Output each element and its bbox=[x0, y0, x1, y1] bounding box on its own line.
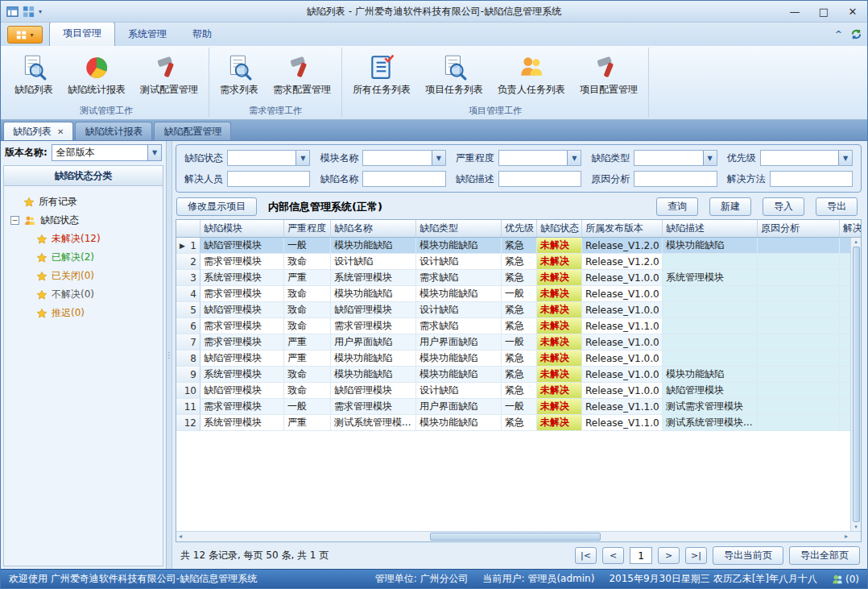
table-cell: 需求管理模块 bbox=[200, 286, 284, 301]
table-row[interactable]: 10缺陷管理模块致命缺陷管理模块设计缺陷紧急未解决Release_V1.0.0缺… bbox=[176, 383, 861, 399]
column-header[interactable]: 优先级 bbox=[502, 220, 537, 237]
maximize-button[interactable]: □ bbox=[809, 1, 838, 22]
version-select[interactable]: 全部版本 ▼ bbox=[52, 144, 162, 161]
filter-select[interactable]: ▼ bbox=[760, 150, 853, 166]
ribbon-button[interactable]: 缺陷统计报表 bbox=[62, 50, 131, 100]
filter-input[interactable] bbox=[770, 171, 853, 187]
ribbon-tab[interactable]: 帮助 bbox=[180, 23, 225, 46]
column-header[interactable] bbox=[176, 220, 200, 237]
row-number: 4 bbox=[190, 288, 196, 300]
tree-item[interactable]: −缺陷状态 bbox=[6, 211, 161, 230]
window-layout-icon[interactable] bbox=[6, 6, 19, 18]
export-all-pages-button[interactable]: 导出全部页 bbox=[789, 546, 860, 565]
document-tab[interactable]: 缺陷列表✕ bbox=[3, 122, 73, 140]
defect-grid: 缺陷模块严重程度缺陷名称缺陷类型优先级缺陷状态所属发布版本缺陷描述原因分析解决方… bbox=[176, 219, 862, 542]
query-button[interactable]: 查询 bbox=[656, 197, 698, 216]
document-tab[interactable]: 缺陷配置管理 bbox=[154, 122, 231, 140]
scroll-up-icon[interactable]: ▴ bbox=[854, 239, 858, 245]
ribbon-button[interactable]: 所有任务列表 bbox=[347, 50, 416, 100]
tree-item[interactable]: 已关闭(0) bbox=[6, 267, 161, 285]
export-current-page-button[interactable]: 导出当前页 bbox=[713, 546, 783, 565]
column-header[interactable]: 缺陷状态 bbox=[537, 220, 582, 237]
filter-select[interactable]: ▼ bbox=[362, 150, 445, 166]
close-icon[interactable]: ✕ bbox=[57, 127, 64, 136]
filter-input[interactable] bbox=[227, 171, 310, 187]
table-row[interactable]: 7需求管理模块严重用户界面缺陷用户界面缺陷一般未解决Release_V1.0.0 bbox=[176, 334, 861, 350]
next-page-button[interactable]: > bbox=[658, 547, 680, 564]
table-row[interactable]: 6需求管理模块致命需求管理模块需求缺陷紧急未解决Release_V1.1.0 bbox=[176, 318, 861, 334]
new-button[interactable]: 新建 bbox=[709, 197, 751, 216]
table-cell: 系统管理模块 bbox=[200, 415, 284, 430]
row-number: 6 bbox=[190, 321, 196, 332]
column-header[interactable]: 原因分析 bbox=[758, 220, 840, 237]
vertical-scroll-thumb[interactable] bbox=[853, 247, 860, 522]
modify-display-columns-button[interactable]: 修改显示项目 bbox=[176, 197, 257, 216]
table-row[interactable]: 2需求管理模块致命设计缺陷设计缺陷紧急未解决Release_V1.2.0 bbox=[176, 254, 861, 270]
scroll-right-icon[interactable]: ▸ bbox=[845, 533, 848, 540]
filter-select[interactable]: ▼ bbox=[634, 150, 717, 166]
tree-item[interactable]: 不解决(0) bbox=[6, 285, 161, 304]
horizontal-scroll-thumb[interactable] bbox=[430, 533, 601, 541]
sync-icon[interactable] bbox=[850, 28, 862, 40]
first-page-button[interactable]: |< bbox=[575, 547, 597, 564]
tree-item-label: 不解决(0) bbox=[52, 288, 94, 301]
scroll-down-icon[interactable]: ▾ bbox=[854, 524, 858, 530]
filter-select[interactable]: ▼ bbox=[498, 150, 581, 166]
table-row[interactable]: 9系统管理模块致命模块功能缺陷模块功能缺陷紧急未解决Release_V1.0.0… bbox=[176, 367, 861, 383]
table-row[interactable]: 8缺陷管理模块严重模块功能缺陷模块功能缺陷紧急未解决Release_V1.0.0 bbox=[176, 350, 861, 367]
document-tab[interactable]: 缺陷统计报表 bbox=[75, 122, 152, 140]
filter-input[interactable] bbox=[634, 171, 717, 187]
application-menu-button[interactable]: ▾ bbox=[7, 26, 43, 44]
tree-item[interactable]: 未解决(12) bbox=[6, 230, 161, 248]
filter-input[interactable] bbox=[498, 171, 581, 187]
table-row[interactable]: 5缺陷管理模块致命缺陷管理模块设计缺陷紧急未解决Release_V1.0.0 bbox=[176, 302, 861, 318]
ribbon-group-label: 项目管理工作 bbox=[347, 105, 643, 118]
minimize-button[interactable]: — bbox=[780, 1, 809, 22]
horizontal-scrollbar[interactable]: ◂ ▸ bbox=[176, 531, 861, 541]
table-row[interactable]: 12系统管理模块严重测试系统管理模...模块功能缺陷紧急未解决Release_V… bbox=[176, 415, 861, 431]
page-number-input[interactable] bbox=[630, 547, 652, 564]
table-row[interactable]: ▶1缺陷管理模块一般模块功能缺陷模块功能缺陷紧急未解决Release_V1.2.… bbox=[176, 238, 861, 254]
column-header[interactable]: 严重程度 bbox=[284, 220, 331, 237]
ribbon-tab[interactable]: 系统管理 bbox=[115, 23, 180, 46]
filter-select[interactable]: ▼ bbox=[227, 150, 310, 166]
tree-item[interactable]: 推迟(0) bbox=[6, 304, 161, 322]
filter-input[interactable] bbox=[362, 171, 445, 187]
export-button[interactable]: 导出 bbox=[816, 197, 858, 216]
scroll-left-icon[interactable]: ◂ bbox=[179, 533, 182, 540]
import-button[interactable]: 导入 bbox=[763, 197, 804, 216]
column-header[interactable]: 缺陷描述 bbox=[663, 220, 758, 237]
ribbon-button[interactable]: 需求列表 bbox=[214, 50, 264, 100]
tree-item[interactable]: 已解决(2) bbox=[6, 248, 161, 267]
table-cell: 缺陷管理模块 bbox=[200, 302, 284, 317]
ribbon-button-label: 需求列表 bbox=[220, 83, 258, 97]
last-page-button[interactable]: >| bbox=[685, 547, 707, 564]
view-switch-icon[interactable] bbox=[23, 6, 35, 18]
ribbon-button[interactable]: 项目任务列表 bbox=[420, 50, 489, 100]
ribbon-button[interactable]: 需求配置管理 bbox=[267, 50, 337, 100]
column-header[interactable]: 缺陷模块 bbox=[200, 220, 284, 237]
prev-page-button[interactable]: < bbox=[602, 547, 624, 564]
collapse-expander-icon[interactable]: − bbox=[10, 216, 19, 225]
table-row[interactable]: 4需求管理模块致命模块功能缺陷模块功能缺陷一般未解决Release_V1.0.0 bbox=[176, 286, 861, 302]
vertical-scrollbar[interactable]: ▴ ▾ bbox=[850, 238, 861, 531]
table-cell: 模块功能缺陷 bbox=[416, 350, 502, 366]
column-header[interactable]: 解决方法 bbox=[840, 220, 861, 237]
ribbon-tab[interactable]: 项目管理 bbox=[49, 22, 115, 46]
close-button[interactable]: ✕ bbox=[838, 1, 867, 22]
ribbon-button[interactable]: 测试配置管理 bbox=[134, 50, 204, 100]
chevron-down-icon: ▼ bbox=[703, 151, 717, 165]
table-row[interactable]: 3系统管理模块严重系统管理模块需求缺陷紧急未解决Release_V1.0.0系统… bbox=[176, 270, 861, 286]
tree-item-label: 推迟(0) bbox=[52, 306, 85, 320]
column-header[interactable]: 所属发布版本 bbox=[582, 220, 663, 237]
sidebar-splitter[interactable]: ⋮ bbox=[167, 141, 172, 569]
ribbon-button[interactable]: 缺陷列表 bbox=[9, 50, 59, 100]
table-row[interactable]: 11需求管理模块一般需求管理模块用户界面缺陷一般未解决Release_V1.1.… bbox=[176, 399, 861, 415]
chevron-down-icon[interactable]: ▾ bbox=[39, 8, 42, 15]
column-header[interactable]: 缺陷类型 bbox=[416, 220, 502, 237]
column-header[interactable]: 缺陷名称 bbox=[331, 220, 416, 237]
tree-item[interactable]: 所有记录 bbox=[6, 193, 161, 211]
collapse-ribbon-icon[interactable]: ^ bbox=[835, 29, 842, 39]
ribbon-button[interactable]: 项目配置管理 bbox=[574, 50, 643, 100]
ribbon-button[interactable]: 负责人任务列表 bbox=[492, 50, 571, 100]
